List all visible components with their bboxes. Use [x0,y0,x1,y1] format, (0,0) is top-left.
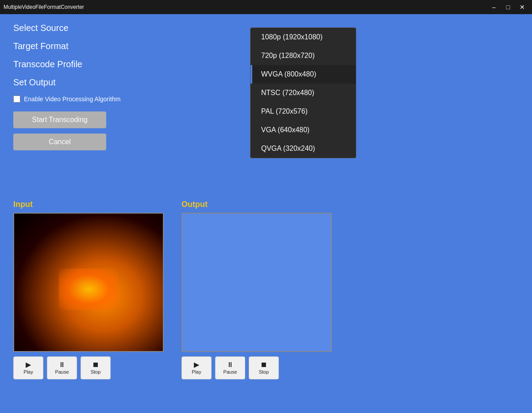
panels-row: Input ▶ Play ⏸ Pause ⏹ Stop [13,200,332,379]
output-label: Output [181,200,208,209]
input-pause-button[interactable]: ⏸ Pause [47,356,77,379]
input-video-placeholder [14,214,163,351]
output-panel: Output ▶ Play ⏸ Pause ⏹ Stop [181,200,332,379]
dropdown-item-vga[interactable]: VGA (640x480) [251,121,356,139]
dropdown-item-720p[interactable]: 720p (1280x720) [251,46,356,65]
window-controls: – □ ✕ [488,2,528,12]
input-stop-button[interactable]: ⏹ Stop [81,356,111,379]
dropdown-item-wvga[interactable]: WVGA (800x480) [251,65,356,84]
processing-algorithm-checkbox[interactable] [13,96,20,103]
sidebar-item-transcode-profile[interactable]: Transcode Profile [13,59,128,69]
output-play-button[interactable]: ▶ Play [181,356,212,379]
output-play-label: Play [192,369,201,375]
output-pause-icon: ⏸ [227,361,234,368]
left-panel: Select Source Target Format Transcode Pr… [13,23,128,156]
play-icon: ▶ [26,361,31,368]
maximize-button[interactable]: □ [502,2,514,12]
input-panel: Input ▶ Play ⏸ Pause ⏹ Stop [13,200,164,379]
cancel-button[interactable]: Cancel [13,134,106,150]
app-title: MultipleVideoFileFormatConverter [4,4,84,10]
title-bar: MultipleVideoFileFormatConverter – □ ✕ [0,0,532,14]
input-label: Input [13,200,33,209]
pause-icon: ⏸ [58,361,66,368]
stop-icon: ⏹ [92,361,99,368]
output-play-icon: ▶ [194,361,199,368]
sidebar-item-target-format[interactable]: Target Format [13,41,128,51]
output-pause-button[interactable]: ⏸ Pause [215,356,245,379]
dropdown-item-1080p[interactable]: 1080p (1920x1080) [251,28,356,46]
input-play-button[interactable]: ▶ Play [13,356,43,379]
sidebar-item-select-source[interactable]: Select Source [13,23,128,33]
output-stop-button[interactable]: ⏹ Stop [249,356,279,379]
output-stop-icon: ⏹ [260,361,267,368]
input-pause-label: Pause [55,369,69,375]
sidebar-item-set-output[interactable]: Set Output [13,77,128,88]
input-play-label: Play [23,369,33,375]
processing-algorithm-row: Enable Video Processing Algorithm [13,96,128,103]
start-transcoding-button[interactable]: Start Transcoding [13,111,106,128]
resolution-dropdown[interactable]: 1080p (1920x1080) 720p (1280x720) WVGA (… [250,27,356,158]
output-controls: ▶ Play ⏸ Pause ⏹ Stop [181,356,279,379]
minimize-button[interactable]: – [488,2,500,12]
processing-algorithm-label: Enable Video Processing Algorithm [24,96,120,103]
close-button[interactable]: ✕ [516,2,528,12]
dropdown-item-ntsc[interactable]: NTSC (720x480) [251,84,356,102]
dropdown-item-qvga[interactable]: QVGA (320x240) [251,139,356,158]
output-video-frame [181,213,332,352]
output-pause-label: Pause [223,369,237,375]
dropdown-item-pal[interactable]: PAL (720x576) [251,102,356,121]
input-video-frame [13,213,164,352]
input-controls: ▶ Play ⏸ Pause ⏹ Stop [13,356,111,379]
input-stop-label: Stop [91,369,101,375]
main-window: Select Source Target Format Transcode Pr… [0,14,532,413]
output-stop-label: Stop [259,369,269,375]
